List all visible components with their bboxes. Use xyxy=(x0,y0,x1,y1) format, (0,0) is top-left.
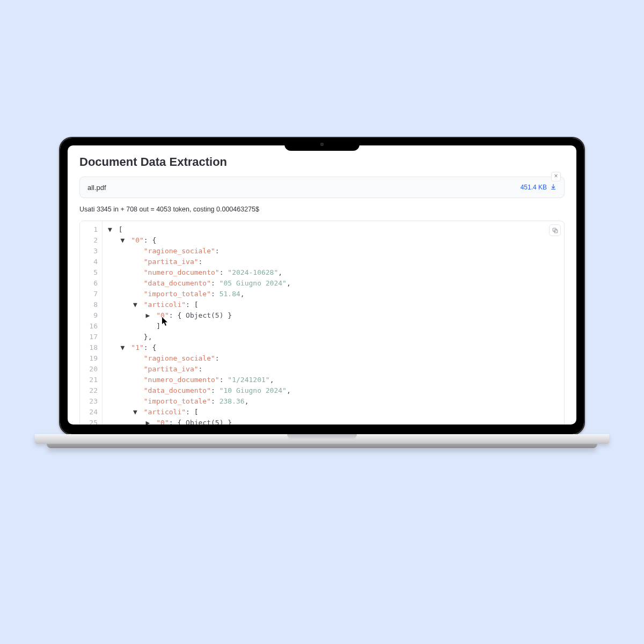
code-line[interactable]: "importo_totale": 51.84, xyxy=(108,289,291,299)
code-line[interactable]: }, xyxy=(108,332,291,342)
code-token: , xyxy=(287,279,291,287)
code-token: "2024-10628" xyxy=(228,268,278,276)
code-token: "numero_documento" xyxy=(144,268,219,276)
code-token: : xyxy=(144,236,152,244)
line-number: 7 xyxy=(87,289,98,299)
code-line[interactable]: "data_documento": "10 Giugno 2024", xyxy=(108,385,291,396)
code-token: } xyxy=(224,419,232,425)
code-line[interactable]: ▼ "1": { xyxy=(108,342,291,353)
code-token: : xyxy=(199,365,203,373)
code-token: } xyxy=(144,333,148,341)
file-card: × all.pdf 451.4 KB xyxy=(79,177,565,198)
laptop-foot xyxy=(47,444,597,448)
line-number: 18 xyxy=(87,342,98,353)
code-line[interactable]: "ragione_sociale": xyxy=(108,246,291,257)
code-token: "data_documento" xyxy=(144,279,211,287)
code-token: : xyxy=(169,311,178,319)
caret-down-icon[interactable]: ▼ xyxy=(133,407,140,418)
file-close-button[interactable]: × xyxy=(551,172,561,181)
code-line[interactable]: "partita_iva": xyxy=(108,257,291,267)
code-token: { xyxy=(152,343,156,352)
code-content[interactable]: ▼ [ ▼ "0": { "ragione_sociale": "partita… xyxy=(103,221,296,425)
code-line[interactable]: "importo_totale": 238.36, xyxy=(108,396,291,407)
laptop-screen: Document Data Extraction × all.pdf 451.4… xyxy=(68,145,576,425)
code-token: , xyxy=(245,397,249,405)
code-line[interactable]: ▼ [ xyxy=(108,224,291,235)
code-token: "ragione_sociale" xyxy=(144,247,215,255)
code-line[interactable]: ▶ "0": { Object(5) } xyxy=(108,310,291,321)
caret-none xyxy=(133,396,140,407)
code-token: : xyxy=(144,343,152,352)
code-token: : xyxy=(219,376,228,384)
code-line[interactable]: ▼ "articoli": [ xyxy=(108,299,291,310)
caret-down-icon[interactable]: ▼ xyxy=(108,224,114,235)
line-number: 23 xyxy=(87,396,98,407)
code-token: [ xyxy=(194,301,199,309)
code-token: : xyxy=(186,301,194,309)
line-number: 1 xyxy=(87,224,98,235)
line-number: 21 xyxy=(87,375,98,385)
caret-none xyxy=(133,257,140,267)
line-number: 17 xyxy=(87,332,98,342)
usage-text: Usati 3345 in + 708 out = 4053 token, co… xyxy=(79,206,565,213)
json-viewer: 123456789161718192021222324253233 ▼ [ ▼ … xyxy=(79,221,565,425)
caret-none xyxy=(133,364,140,375)
code-token: "0" xyxy=(156,419,169,425)
caret-none xyxy=(133,353,140,364)
caret-none xyxy=(145,321,152,332)
line-number: 25 xyxy=(87,418,98,425)
line-number: 4 xyxy=(87,257,98,267)
code-token: "1/241201" xyxy=(228,376,269,384)
code-token: 238.36 xyxy=(219,397,245,405)
code-token: : xyxy=(211,279,219,287)
laptop-base xyxy=(35,434,609,444)
laptop-bezel: Document Data Extraction × all.pdf 451.4… xyxy=(59,137,585,435)
caret-down-icon[interactable]: ▼ xyxy=(120,342,127,353)
code-token: { xyxy=(177,311,186,319)
code-token: { xyxy=(152,236,156,244)
code-token: "0" xyxy=(131,236,143,244)
copy-button[interactable] xyxy=(549,224,561,236)
line-number-gutter: 123456789161718192021222324253233 xyxy=(80,221,103,425)
code-token: "articoli" xyxy=(144,301,186,309)
code-token: "10 Giugno 2024" xyxy=(219,386,287,394)
page-title: Document Data Extraction xyxy=(79,155,565,169)
code-line[interactable]: ▶ "0": { Object(5) } xyxy=(108,418,291,425)
code-token: , xyxy=(270,376,274,384)
code-token: { xyxy=(177,419,186,425)
code-line[interactable]: "numero_documento": "1/241201", xyxy=(108,375,291,385)
laptop-notch xyxy=(284,138,360,151)
code-token: "articoli" xyxy=(144,408,186,416)
line-number: 6 xyxy=(87,278,98,289)
code-token: "partita_iva" xyxy=(144,258,199,266)
code-line[interactable]: "partita_iva": xyxy=(108,364,291,375)
code-line[interactable]: "numero_documento": "2024-10628", xyxy=(108,267,291,278)
line-number: 20 xyxy=(87,364,98,375)
caret-down-icon[interactable]: ▼ xyxy=(133,299,140,310)
download-icon[interactable] xyxy=(550,182,557,192)
code-token: : xyxy=(211,290,219,298)
caret-right-icon[interactable]: ▶ xyxy=(145,418,152,425)
code-token: "0" xyxy=(156,311,169,319)
code-token: "importo_totale" xyxy=(144,397,211,405)
app: Document Data Extraction × all.pdf 451.4… xyxy=(68,145,576,425)
caret-right-icon[interactable]: ▶ xyxy=(145,310,152,321)
code-token: "importo_totale" xyxy=(144,290,211,298)
code-token: "ragione_sociale" xyxy=(144,354,215,362)
caret-none xyxy=(133,246,140,257)
line-number: 24 xyxy=(87,407,98,418)
caret-none xyxy=(133,267,140,278)
file-size: 451.4 KB xyxy=(521,184,547,191)
code-token: [ xyxy=(119,225,123,233)
code-line[interactable]: ▼ "articoli": [ xyxy=(108,407,291,418)
caret-down-icon[interactable]: ▼ xyxy=(120,235,127,246)
code-line[interactable]: ] xyxy=(108,321,291,332)
code-token: "1" xyxy=(131,343,143,352)
code-line[interactable]: ▼ "0": { xyxy=(108,235,291,246)
code-token: , xyxy=(287,386,291,394)
code-token: } xyxy=(224,311,232,319)
code-line[interactable]: "data_documento": "05 Giugno 2024", xyxy=(108,278,291,289)
file-name: all.pdf xyxy=(87,184,106,192)
code-area[interactable]: 123456789161718192021222324253233 ▼ [ ▼ … xyxy=(80,221,564,425)
code-line[interactable]: "ragione_sociale": xyxy=(108,353,291,364)
